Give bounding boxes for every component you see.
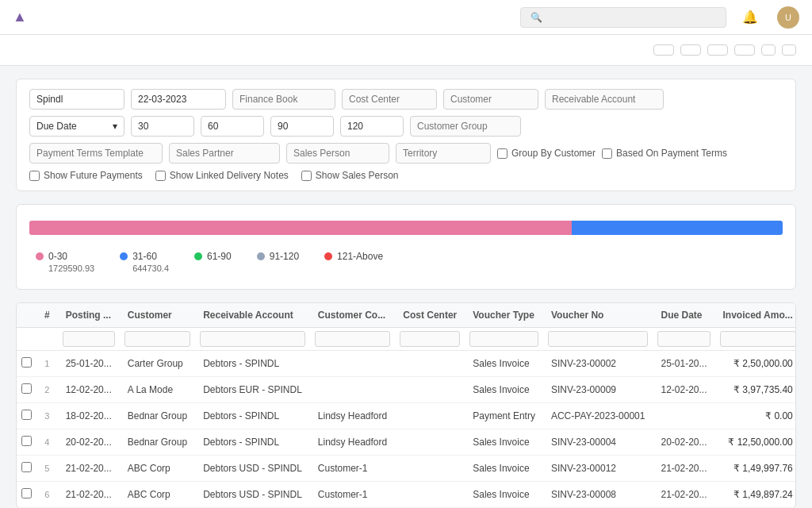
th-num: #: [36, 303, 58, 328]
table-row[interactable]: 3 18-02-20... Bednar Group Debtors - SPI…: [17, 403, 796, 429]
customer-input[interactable]: [443, 89, 538, 110]
cell-receivable-account: Debtors USD - SPINDL: [195, 482, 310, 508]
cell-cost-center: [395, 351, 465, 377]
aging-90-input[interactable]: [270, 116, 334, 137]
date-input[interactable]: [131, 89, 226, 110]
table-row[interactable]: 5 21-02-20... ABC Corp Debtors USD - SPI…: [17, 456, 796, 482]
row-checkbox[interactable]: [21, 383, 32, 394]
refresh-button[interactable]: [761, 44, 776, 56]
receivable-account-input[interactable]: [545, 89, 664, 110]
cell-voucher-type: Sales Invoice: [465, 482, 543, 508]
row-checkbox[interactable]: [21, 436, 32, 446]
based-on-payment-terms-input[interactable]: [602, 148, 612, 159]
filter-row-3: Group By Customer Based On Payment Terms: [29, 143, 783, 164]
notification-icon[interactable]: 🔔: [742, 10, 758, 25]
cell-voucher-type: Payment Entry: [465, 403, 543, 429]
filter-voucher-no[interactable]: [548, 331, 649, 347]
chart-legend: 0-30 1729590.93 31-60 644730.4 61-90 91-…: [29, 251, 783, 273]
aging-120-input[interactable]: [340, 116, 404, 137]
show-linked-delivery-notes-checkbox[interactable]: Show Linked Delivery Notes: [155, 170, 289, 181]
group-by-customer-input[interactable]: [497, 148, 508, 159]
summary-button[interactable]: [653, 44, 674, 56]
brand[interactable]: ▲: [13, 9, 32, 25]
sales-partner-input[interactable]: [169, 143, 280, 164]
th-due-date[interactable]: Due Date: [653, 303, 714, 328]
data-table: # Posting ... Customer Receivable Accoun…: [17, 303, 796, 508]
cell-voucher-type: Sales Invoice: [465, 377, 543, 403]
create-card-button[interactable]: [680, 44, 701, 56]
show-future-payments-label: Show Future Payments: [44, 170, 143, 181]
aging-60-input[interactable]: [201, 116, 264, 137]
cell-customer-code: [310, 377, 395, 403]
add-to-dashboard-button[interactable]: [734, 44, 755, 56]
table-row[interactable]: 1 25-01-20... Carter Group Debtors - SPI…: [17, 351, 796, 377]
legend-item-61-90: 61-90: [194, 251, 232, 262]
th-customer-code[interactable]: Customer Co...: [310, 303, 395, 328]
group-by-customer-checkbox[interactable]: Group By Customer: [497, 148, 596, 159]
show-sales-person-label: Show Sales Person: [316, 170, 399, 181]
filter-due-date[interactable]: [657, 331, 710, 347]
filter-customer[interactable]: [124, 331, 190, 347]
cost-center-input[interactable]: [342, 89, 437, 110]
th-posting-date[interactable]: Posting ...: [58, 303, 120, 328]
cell-due-date: 21-02-20...: [653, 456, 714, 482]
cell-customer: Carter Group: [120, 351, 195, 377]
filter-invoiced-amount[interactable]: [720, 331, 796, 347]
table-row[interactable]: 6 21-02-20... ABC Corp Debtors USD - SPI…: [17, 482, 796, 508]
row-checkbox-col: [17, 403, 36, 429]
company-input[interactable]: [29, 89, 124, 110]
avatar[interactable]: U: [777, 6, 799, 29]
filter-customer-code[interactable]: [315, 331, 390, 347]
cell-voucher-no: SINV-23-00012: [543, 456, 653, 482]
cell-posting-date: 21-02-20...: [58, 456, 120, 482]
th-invoiced-amount[interactable]: Invoiced Amo...: [715, 303, 796, 328]
territory-input[interactable]: [396, 143, 491, 164]
row-num: 6: [36, 482, 58, 508]
cell-due-date: 25-01-20...: [653, 351, 714, 377]
filter-posting-date[interactable]: [63, 331, 115, 347]
table-row[interactable]: 2 12-02-20... A La Mode Debtors EUR - SP…: [17, 377, 796, 403]
stacked-bar: [29, 221, 783, 235]
due-date-label: Due Date: [36, 121, 77, 132]
legend-item-121-Above: 121-Above: [324, 251, 383, 262]
row-checkbox[interactable]: [21, 462, 32, 472]
more-options-button[interactable]: [782, 44, 796, 56]
show-future-payments-input[interactable]: [29, 171, 40, 181]
th-cost-center[interactable]: Cost Center: [395, 303, 465, 328]
cell-due-date: 12-02-20...: [653, 377, 714, 403]
table-row[interactable]: 4 20-02-20... Bednar Group Debtors - SPI…: [17, 429, 796, 456]
th-voucher-no[interactable]: Voucher No: [543, 303, 653, 328]
cell-customer-code: Lindsy Headford: [310, 429, 395, 456]
sales-person-input[interactable]: [286, 143, 389, 164]
based-on-payment-terms-checkbox[interactable]: Based On Payment Terms: [602, 148, 727, 159]
row-checkbox[interactable]: [21, 410, 32, 420]
legend-dot-121-Above: [324, 252, 332, 260]
th-voucher-type[interactable]: Voucher Type: [465, 303, 543, 328]
show-future-payments-checkbox[interactable]: Show Future Payments: [29, 170, 143, 181]
cell-customer-code: Customer-1: [310, 456, 395, 482]
row-checkbox-col: [17, 456, 36, 482]
show-sales-person-input[interactable]: [301, 171, 312, 181]
th-customer[interactable]: Customer: [120, 303, 195, 328]
customer-group-input[interactable]: [410, 116, 521, 137]
filter-receivable-account[interactable]: [200, 331, 305, 347]
payment-terms-input[interactable]: [29, 143, 163, 164]
aging-30-input[interactable]: [131, 116, 194, 137]
finance-book-input[interactable]: [232, 89, 335, 110]
show-linked-delivery-notes-input[interactable]: [155, 171, 166, 181]
th-receivable-account[interactable]: Receivable Account: [195, 303, 310, 328]
set-chart-button[interactable]: [707, 44, 728, 56]
checkbox-row: Show Future Payments Show Linked Deliver…: [29, 170, 783, 181]
row-checkbox[interactable]: [21, 357, 32, 368]
legend-label-61-90: 61-90: [194, 251, 232, 262]
row-checkbox[interactable]: [21, 488, 32, 498]
cell-invoiced-amount: ₹ 0.00: [715, 403, 796, 429]
legend-label-121-Above: 121-Above: [324, 251, 383, 262]
search-bar[interactable]: 🔍: [520, 7, 726, 28]
due-date-select[interactable]: Due Date ▾: [29, 116, 124, 137]
search-icon: 🔍: [530, 12, 542, 23]
filter-cost-center[interactable]: [400, 331, 460, 347]
cell-customer-code: [310, 351, 395, 377]
filter-voucher-type[interactable]: [469, 331, 538, 347]
show-sales-person-checkbox[interactable]: Show Sales Person: [301, 170, 399, 181]
